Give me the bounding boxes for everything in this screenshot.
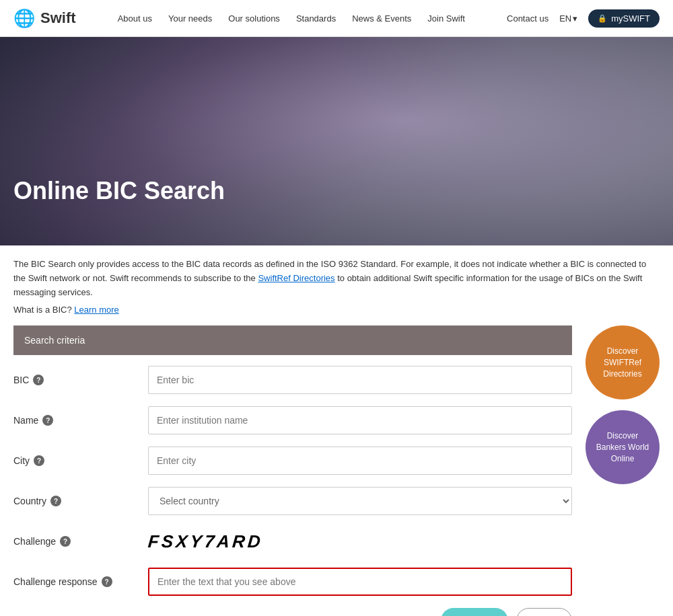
city-input[interactable] xyxy=(148,447,572,475)
lock-icon: 🔒 xyxy=(598,14,607,23)
country-help-icon[interactable]: ? xyxy=(50,496,61,506)
logo[interactable]: 🌐 Swift xyxy=(13,8,76,29)
hero-overlay xyxy=(0,37,673,245)
nav-news-events[interactable]: News & Events xyxy=(352,13,411,24)
name-input[interactable] xyxy=(148,406,572,434)
chevron-down-icon: ▾ xyxy=(573,13,577,24)
sidebar-circles: Discover SWIFTRef Directories Discover B… xyxy=(586,325,660,484)
myswift-button[interactable]: 🔒 mySWIFT xyxy=(588,9,660,28)
main-content: The BIC Search only provides access to t… xyxy=(0,245,673,616)
challenge-response-help-icon[interactable]: ? xyxy=(102,576,112,587)
nav-your-needs[interactable]: Your needs xyxy=(168,13,212,24)
navigation: 🌐 Swift About us Your needs Our solution… xyxy=(0,0,673,37)
swiftref-circle[interactable]: Discover SWIFTRef Directories xyxy=(586,325,660,399)
name-row: Name ? xyxy=(13,406,572,434)
form-body: BIC ? Name ? City xyxy=(13,355,572,616)
nav-links: About us Your needs Our solutions Standa… xyxy=(118,13,465,24)
nav-our-solutions[interactable]: Our solutions xyxy=(228,13,280,24)
name-label: Name ? xyxy=(13,415,148,426)
form-buttons: Search Reset xyxy=(13,608,572,616)
challenge-response-row: Challenge response ? xyxy=(13,568,572,596)
swiftref-link[interactable]: SwiftRef Directories xyxy=(258,273,334,283)
bic-help-icon[interactable]: ? xyxy=(33,375,44,385)
page-title: Online BIC Search xyxy=(13,177,225,205)
challenge-label: Challenge ? xyxy=(13,536,148,547)
description-text: The BIC Search only provides access to t… xyxy=(13,258,660,299)
challenge-row: Challenge ? FSXY7ARD xyxy=(13,527,572,555)
city-row: City ? xyxy=(13,447,572,475)
bic-row: BIC ? xyxy=(13,366,572,394)
form-container: Search criteria BIC ? Name ? xyxy=(13,325,660,616)
challenge-response-label: Challenge response ? xyxy=(13,576,148,587)
captcha-image: FSXY7ARD xyxy=(148,527,572,555)
reset-button[interactable]: Reset xyxy=(516,608,572,616)
bic-label: BIC ? xyxy=(13,375,148,385)
hero-banner: Online BIC Search xyxy=(0,37,673,245)
globe-icon: 🌐 xyxy=(13,8,35,29)
nav-join-swift[interactable]: Join Swift xyxy=(427,13,465,24)
challenge-response-input[interactable] xyxy=(148,568,572,596)
city-label: City ? xyxy=(13,455,148,466)
search-button[interactable]: Search xyxy=(441,608,508,616)
what-is-bic-text: What is a BIC? Learn more xyxy=(13,305,660,315)
form-main: Search criteria BIC ? Name ? xyxy=(13,325,572,616)
name-help-icon[interactable]: ? xyxy=(42,415,53,426)
learn-more-link[interactable]: Learn more xyxy=(74,305,118,315)
nav-standards[interactable]: Standards xyxy=(296,13,336,24)
country-row: Country ? Select country xyxy=(13,487,572,515)
nav-right: Contact us EN ▾ 🔒 mySWIFT xyxy=(507,9,660,28)
search-criteria-header: Search criteria xyxy=(13,325,572,355)
bankers-world-circle[interactable]: Discover Bankers World Online xyxy=(586,410,660,484)
language-selector[interactable]: EN ▾ xyxy=(559,13,577,24)
nav-about-us[interactable]: About us xyxy=(118,13,152,24)
contact-us-link[interactable]: Contact us xyxy=(507,13,548,24)
country-select[interactable]: Select country xyxy=(148,487,572,515)
challenge-help-icon[interactable]: ? xyxy=(60,536,71,547)
logo-text: Swift xyxy=(40,9,76,27)
bic-input[interactable] xyxy=(148,366,572,394)
country-label: Country ? xyxy=(13,496,148,506)
city-help-icon[interactable]: ? xyxy=(34,455,44,466)
